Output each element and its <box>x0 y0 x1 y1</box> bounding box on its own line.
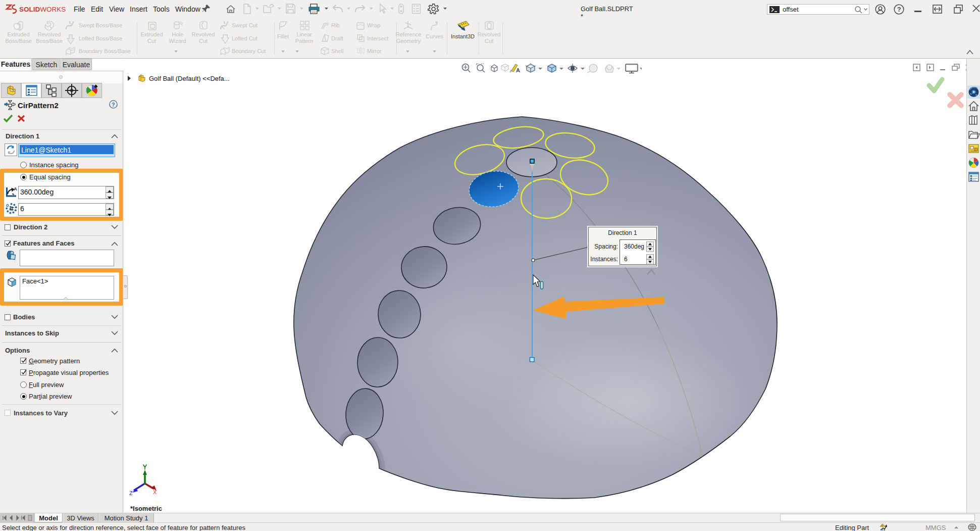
svg-text:X: X <box>153 489 157 495</box>
svg-text:SOLIDWORKS: SOLIDWORKS <box>19 6 66 13</box>
svg-text:?: ? <box>897 6 901 13</box>
svg-text:A: A <box>14 186 17 191</box>
svg-text:Z: Z <box>129 490 133 496</box>
svg-text:!: ! <box>882 524 883 527</box>
svg-text:A: A <box>516 67 520 73</box>
svg-text:*Isometric: *Isometric <box>130 505 162 512</box>
svg-text:?: ? <box>112 102 115 108</box>
